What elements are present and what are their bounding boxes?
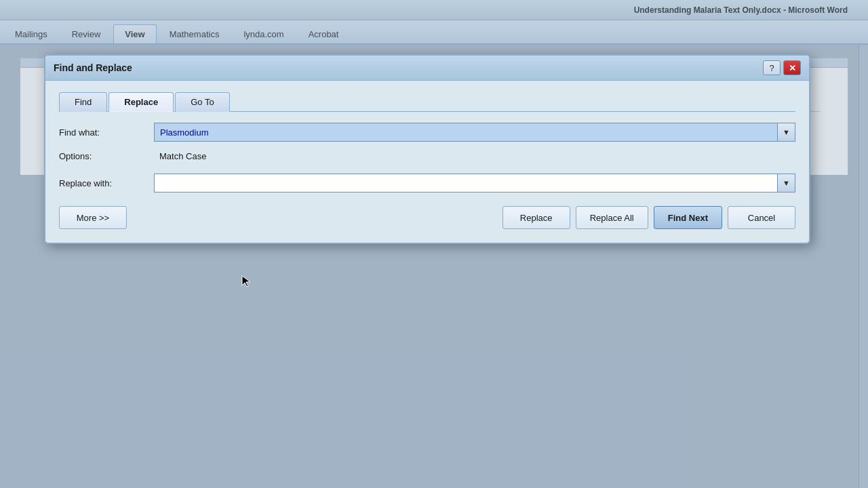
cancel-button[interactable]: Cancel bbox=[728, 206, 795, 229]
options-label: Options: bbox=[59, 151, 154, 161]
find-what-input[interactable] bbox=[154, 123, 778, 142]
options-row: Options: Match Case bbox=[59, 151, 795, 161]
dialog-close-button[interactable]: ✕ bbox=[783, 60, 801, 75]
dialog-tabs: Find Replace Go To bbox=[59, 92, 795, 112]
options-value: Match Case bbox=[159, 151, 206, 161]
dialog-title: Find and Replace bbox=[54, 62, 132, 73]
replace-input-wrap: ▼ bbox=[154, 174, 795, 192]
dialog-buttons: More >> Replace Replace All Find Next Ca… bbox=[59, 206, 795, 229]
dialog-titlebar-buttons: ? ✕ bbox=[763, 60, 801, 75]
find-what-label: Find what: bbox=[59, 127, 154, 138]
tab-find[interactable]: Find bbox=[59, 92, 107, 112]
tab-replace[interactable]: Replace bbox=[108, 92, 174, 112]
find-what-row: Find what: ▼ bbox=[59, 123, 795, 142]
find-next-button[interactable]: Find Next bbox=[654, 206, 722, 229]
replace-all-button[interactable]: Replace All bbox=[576, 206, 648, 229]
dialog-help-button[interactable]: ? bbox=[763, 60, 781, 75]
find-replace-dialog: Find and Replace ? ✕ Find Replace Go To … bbox=[44, 54, 810, 244]
replace-button[interactable]: Replace bbox=[502, 206, 570, 229]
replace-with-input[interactable] bbox=[154, 174, 778, 192]
replace-with-row: Replace with: ▼ bbox=[59, 174, 795, 192]
replace-dropdown-arrow[interactable]: ▼ bbox=[778, 174, 795, 192]
dialog-body: Find Replace Go To Find what: ▼ Options:… bbox=[45, 81, 809, 243]
right-button-group: Replace Replace All Find Next Cancel bbox=[502, 206, 795, 229]
find-input-wrap: ▼ bbox=[154, 123, 795, 142]
dialog-titlebar: Find and Replace ? ✕ bbox=[45, 56, 809, 81]
tab-goto[interactable]: Go To bbox=[175, 92, 229, 112]
replace-with-label: Replace with: bbox=[59, 178, 154, 188]
left-button-group: More >> bbox=[59, 206, 127, 229]
find-dropdown-arrow[interactable]: ▼ bbox=[778, 123, 795, 142]
more-button[interactable]: More >> bbox=[59, 206, 127, 229]
